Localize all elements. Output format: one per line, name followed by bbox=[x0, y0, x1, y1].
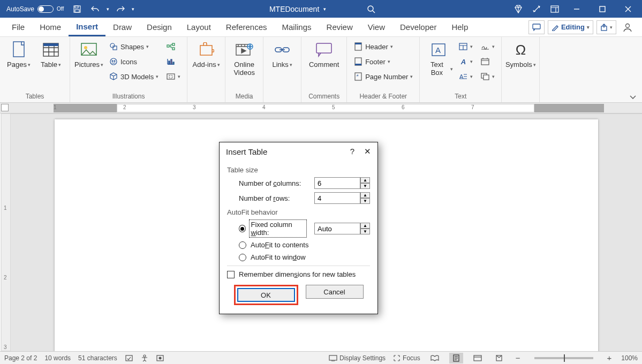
width-spin-down[interactable]: ▼ bbox=[360, 229, 370, 234]
rows-spin-down[interactable]: ▼ bbox=[360, 198, 370, 204]
focus-mode-button[interactable]: Focus bbox=[393, 354, 420, 362]
tab-review[interactable]: Review bbox=[319, 18, 360, 36]
autofit-window-label[interactable]: AutoFit to window bbox=[251, 253, 306, 261]
editing-mode-button[interactable]: Editing ▾ bbox=[548, 20, 593, 34]
zoom-out-button[interactable]: − bbox=[513, 353, 523, 362]
redo-icon[interactable] bbox=[114, 2, 127, 16]
tab-file[interactable]: File bbox=[4, 18, 32, 36]
dialog-close-button[interactable]: ✕ bbox=[364, 147, 371, 156]
dialog-help-button[interactable]: ? bbox=[350, 147, 354, 156]
tab-mailings[interactable]: Mailings bbox=[275, 18, 319, 36]
web-layout-view-button[interactable] bbox=[471, 353, 485, 363]
tab-help[interactable]: Help bbox=[444, 18, 475, 36]
undo-dropdown-icon[interactable]: ▾ bbox=[107, 6, 109, 12]
comments-toggle-button[interactable] bbox=[528, 20, 545, 34]
signature-line-button[interactable]: ▾ bbox=[478, 40, 497, 53]
number-of-columns-label: Number of columns: bbox=[227, 179, 314, 187]
remember-dimensions-label[interactable]: Remember dimensions for new tables bbox=[239, 270, 356, 278]
autosave-group: AutoSave Off bbox=[6, 5, 64, 13]
autofit-contents-label[interactable]: AutoFit to contents bbox=[251, 241, 308, 249]
header-button[interactable]: Header▾ bbox=[351, 40, 415, 53]
icons-button[interactable]: Icons bbox=[107, 55, 161, 68]
accessibility-icon[interactable] bbox=[141, 354, 148, 362]
symbols-button[interactable]: Ω Symbols▾ bbox=[506, 40, 535, 69]
macro-icon[interactable] bbox=[156, 354, 164, 362]
table-button[interactable]: Table▾ bbox=[36, 40, 65, 69]
autofit-contents-radio[interactable] bbox=[239, 241, 246, 249]
number-of-columns-input[interactable] bbox=[314, 177, 360, 189]
close-button[interactable] bbox=[616, 0, 640, 18]
zoom-slider[interactable] bbox=[534, 357, 593, 359]
document-title-dropdown-icon[interactable]: ▾ bbox=[323, 6, 326, 12]
fixed-column-width-radio[interactable] bbox=[239, 225, 246, 232]
number-of-rows-input[interactable] bbox=[314, 192, 360, 204]
screenshot-button[interactable]: ▾ bbox=[164, 70, 183, 83]
tab-view[interactable]: View bbox=[360, 18, 392, 36]
horizontal-ruler[interactable]: 1 2 3 4 5 6 7 bbox=[0, 103, 642, 113]
object-button[interactable]: ▾ bbox=[478, 70, 497, 83]
comment-button[interactable]: Comment bbox=[306, 40, 342, 69]
spelling-icon[interactable] bbox=[125, 354, 133, 362]
columns-spin-up[interactable]: ▲ bbox=[360, 177, 370, 183]
chevron-down-icon: ▾ bbox=[587, 25, 590, 30]
tab-selector[interactable] bbox=[1, 104, 9, 111]
text-box-button[interactable]: A Text Box▾ bbox=[424, 40, 453, 77]
3d-models-button[interactable]: 3D Models▾ bbox=[107, 70, 161, 83]
page-number-button[interactable]: # Page Number▾ bbox=[351, 70, 415, 83]
tab-references[interactable]: References bbox=[218, 18, 275, 36]
account-icon[interactable] bbox=[620, 22, 636, 33]
tab-home[interactable]: Home bbox=[32, 18, 69, 36]
shapes-button[interactable]: Shapes▾ bbox=[107, 40, 161, 53]
links-button[interactable]: Links▾ bbox=[268, 40, 297, 69]
save-icon[interactable] bbox=[70, 2, 84, 16]
status-page[interactable]: Page 2 of 2 bbox=[4, 354, 37, 362]
remember-dimensions-checkbox[interactable] bbox=[227, 271, 235, 278]
drop-cap-button[interactable]: A▾ bbox=[456, 70, 475, 83]
tab-layout[interactable]: Layout bbox=[179, 18, 218, 36]
footer-button[interactable]: Footer▾ bbox=[351, 55, 415, 68]
tab-developer[interactable]: Developer bbox=[392, 18, 444, 36]
fixed-column-width-input[interactable] bbox=[314, 223, 360, 234]
sparkle-icon[interactable] bbox=[528, 1, 545, 17]
tab-draw[interactable]: Draw bbox=[105, 18, 139, 36]
addins-button[interactable]: Add-ins▾ bbox=[192, 40, 221, 69]
pictures-button[interactable]: Pictures▾ bbox=[74, 40, 103, 69]
premium-diamond-icon[interactable] bbox=[510, 1, 526, 17]
maximize-button[interactable] bbox=[591, 0, 614, 18]
tab-design[interactable]: Design bbox=[139, 18, 179, 36]
window-options-icon[interactable] bbox=[547, 1, 563, 17]
fixed-column-width-label[interactable]: Fixed column width: bbox=[250, 221, 306, 237]
autosave-toggle[interactable] bbox=[37, 5, 54, 13]
tab-insert[interactable]: Insert bbox=[69, 18, 105, 36]
chart-button[interactable] bbox=[164, 55, 183, 68]
columns-spin-down[interactable]: ▼ bbox=[360, 183, 370, 189]
cancel-button[interactable]: Cancel bbox=[306, 285, 364, 299]
quick-parts-button[interactable]: ▾ bbox=[456, 40, 475, 53]
wordart-button[interactable]: A▾ bbox=[456, 55, 475, 68]
header-label: Header bbox=[365, 43, 388, 51]
read-mode-view-button[interactable] bbox=[428, 353, 442, 363]
status-words[interactable]: 10 words bbox=[44, 354, 71, 362]
immersive-reader-button[interactable] bbox=[492, 353, 506, 363]
collapse-ribbon-button[interactable] bbox=[624, 93, 642, 102]
date-time-button[interactable] bbox=[478, 55, 497, 68]
online-videos-button[interactable]: Online Videos bbox=[230, 40, 259, 77]
status-characters[interactable]: 51 characters bbox=[78, 354, 117, 362]
vertical-ruler[interactable]: 1 2 3 bbox=[1, 113, 11, 351]
undo-icon[interactable] bbox=[88, 2, 102, 16]
minimize-button[interactable] bbox=[565, 0, 588, 18]
width-spin-up[interactable]: ▲ bbox=[360, 223, 370, 229]
svg-rect-26 bbox=[167, 74, 175, 79]
ok-button[interactable]: OK bbox=[237, 288, 295, 302]
zoom-percent[interactable]: 100% bbox=[621, 354, 638, 362]
rows-spin-up[interactable]: ▲ bbox=[360, 192, 370, 198]
document-title[interactable]: MTEDocument bbox=[269, 5, 319, 13]
print-layout-view-button[interactable] bbox=[449, 353, 463, 363]
zoom-in-button[interactable]: + bbox=[605, 353, 614, 362]
autofit-window-radio[interactable] bbox=[239, 254, 246, 261]
pages-button[interactable]: Pages▾ bbox=[4, 40, 33, 69]
share-button[interactable]: ▾ bbox=[596, 20, 616, 34]
smartart-button[interactable] bbox=[164, 40, 183, 53]
display-settings-button[interactable]: Display Settings bbox=[329, 354, 386, 362]
search-icon[interactable] bbox=[367, 5, 375, 13]
